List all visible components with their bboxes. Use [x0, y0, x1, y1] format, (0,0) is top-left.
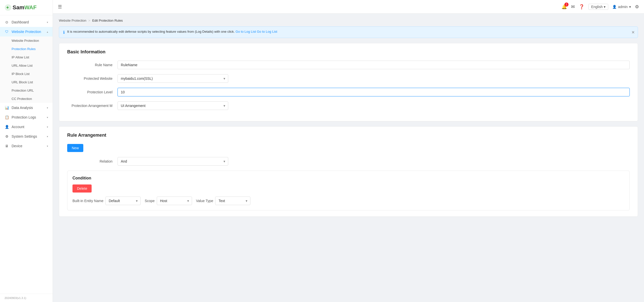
rule-name-control	[118, 61, 630, 69]
sidebar-item-data-analysis[interactable]: 📊 Data Analysis ▾	[0, 103, 53, 112]
breadcrumb: Website Protection > Edit Protection Rul…	[59, 19, 638, 22]
chevron-down-icon: ▾	[47, 145, 48, 147]
protection-level-input[interactable]	[118, 88, 630, 96]
hamburger-icon[interactable]: ☰	[58, 4, 62, 10]
relation-label: Relation	[67, 159, 118, 163]
help-icon[interactable]: ❓	[579, 4, 584, 10]
chevron-up-icon: ▴	[47, 30, 48, 33]
alert-log-link-2[interactable]: Go to Log List	[257, 30, 277, 33]
chevron-down-icon: ▾	[604, 5, 605, 9]
protection-arrangement-label: Protection Arrangement M	[67, 104, 118, 108]
condition-box: Condition Delete Built-in Entity Name De…	[67, 171, 630, 210]
submenu-item-url-block-list[interactable]: URL Block List	[0, 78, 53, 86]
rule-arrangement-title: Rule Arrangement	[67, 133, 630, 138]
built-in-entity-field: Built-in Entity Name Default	[72, 197, 141, 205]
basic-info-title: Basic Information	[67, 49, 630, 55]
submenu-item-cc-protection[interactable]: CC Protection	[0, 95, 53, 103]
protection-level-row: Protection Level	[67, 88, 630, 96]
protected-website-control: mybaidu1.com(SSL)	[118, 74, 228, 83]
new-button[interactable]: New	[67, 144, 83, 152]
condition-row: Built-in Entity Name Default Scope Host	[72, 197, 624, 205]
scope-control: Host Path Query	[157, 197, 192, 205]
value-type-label: Value Type	[196, 199, 213, 203]
header: ☰ 🔔 1 ✉ ❓ English ▾ 👤 admin ▾ ⚙	[53, 0, 644, 14]
scope-select[interactable]: Host Path Query	[157, 197, 192, 205]
content: Website Protection > Edit Protection Rul…	[53, 14, 644, 302]
user-menu[interactable]: 👤 admin ▾	[612, 5, 631, 9]
sidebar-item-device[interactable]: 🖥 Device ▾	[0, 141, 53, 151]
protection-level-control	[118, 88, 630, 96]
header-right: 🔔 1 ✉ ❓ English ▾ 👤 admin ▾ ⚙	[561, 4, 639, 10]
chart-icon: 📊	[5, 105, 9, 110]
user-label: admin	[618, 5, 628, 9]
built-in-entity-control: Default	[105, 197, 141, 205]
relation-select[interactable]: And Or	[118, 157, 228, 166]
logo-waf: WAF	[24, 4, 36, 11]
submenu-item-protection-rules[interactable]: Protection Rules	[0, 45, 53, 53]
protected-website-row: Protected Website mybaidu1.com(SSL)	[67, 74, 630, 83]
submenu-item-url-allow-list[interactable]: URL Allow List	[0, 61, 53, 70]
alert-banner: ℹ It is recommended to automatically edi…	[59, 26, 638, 38]
submenu-item-ip-allow-list[interactable]: IP Allow List	[0, 53, 53, 61]
sidebar-item-account[interactable]: 👤 Account ▾	[0, 122, 53, 132]
chevron-down-icon: ▾	[47, 126, 48, 128]
gear-icon[interactable]: ⚙	[635, 4, 639, 10]
user-icon: 👤	[5, 125, 9, 129]
sidebar: ✦ SamWAF ⊙ Dashboard ▾ 🛡 Website Protect…	[0, 0, 53, 302]
sidebar-item-label: Account	[12, 125, 47, 129]
chevron-down-icon: ▾	[47, 116, 48, 119]
chevron-down-icon: ▾	[47, 21, 48, 24]
built-in-entity-label: Built-in Entity Name	[72, 199, 103, 203]
protection-arrangement-row: Protection Arrangement M UI Arrangement …	[67, 101, 630, 110]
sidebar-item-protection-logs[interactable]: 📋 Protection Logs ▾	[0, 112, 53, 122]
sidebar-item-dashboard[interactable]: ⊙ Dashboard ▾	[0, 17, 53, 27]
logo: ✦ SamWAF	[0, 0, 53, 15]
notification-icon[interactable]: 🔔 1	[561, 4, 567, 10]
submenu-item-ip-block-list[interactable]: IP Block List	[0, 70, 53, 78]
basic-info-card: Basic Information Rule Name Protected We…	[59, 43, 638, 121]
sidebar-item-label: Data Analysis	[12, 106, 47, 110]
value-type-control: Text Regex	[215, 197, 250, 205]
website-protection-submenu: Website Protection Protection Rules IP A…	[0, 36, 53, 103]
breadcrumb-parent[interactable]: Website Protection	[59, 19, 86, 22]
dashboard-icon: ⊙	[5, 20, 9, 24]
sidebar-version: 20240903(v1.3.1)	[0, 294, 53, 302]
mail-icon[interactable]: ✉	[571, 4, 575, 10]
submenu-item-protection-url[interactable]: Protection URL	[0, 86, 53, 95]
log-icon: 📋	[5, 115, 9, 120]
relation-row: Relation And Or	[67, 157, 630, 166]
close-icon[interactable]: ✕	[631, 30, 635, 35]
scope-label: Scope	[145, 199, 155, 203]
sidebar-menu: ⊙ Dashboard ▾ 🛡 Website Protection ▴ Web…	[0, 15, 53, 294]
value-type-select[interactable]: Text Regex	[215, 197, 250, 205]
scope-field: Scope Host Path Query	[145, 197, 192, 205]
main: ☰ 🔔 1 ✉ ❓ English ▾ 👤 admin ▾ ⚙ Website …	[53, 0, 644, 302]
sidebar-item-system-settings[interactable]: ⚙ System Settings ▾	[0, 132, 53, 141]
alert-text: It is recommended to automatically edit …	[67, 30, 634, 33]
svg-text:✦: ✦	[6, 6, 9, 10]
sidebar-item-website-protection[interactable]: 🛡 Website Protection ▴	[0, 27, 53, 36]
chevron-down-icon: ▾	[47, 135, 48, 138]
sidebar-item-label: Website Protection	[12, 30, 47, 34]
rule-name-input[interactable]	[118, 61, 630, 69]
built-in-entity-select[interactable]: Default	[105, 197, 141, 205]
protected-website-select[interactable]: mybaidu1.com(SSL)	[118, 74, 228, 83]
protection-level-label: Protection Level	[67, 90, 118, 94]
chevron-down-icon: ▾	[629, 5, 631, 9]
language-selector[interactable]: English ▾	[588, 4, 608, 10]
logo-icon: ✦	[5, 4, 12, 11]
sidebar-item-label: Dashboard	[12, 20, 47, 24]
protection-arrangement-select[interactable]: UI Arrangement Script Arrangement	[118, 101, 228, 110]
submenu-item-website-protection[interactable]: Website Protection	[0, 36, 53, 45]
device-icon: 🖥	[5, 144, 9, 148]
shield-icon: 🛡	[5, 29, 9, 34]
relation-control: And Or	[118, 157, 228, 166]
alert-log-link-1[interactable]: Go to Log List	[236, 30, 256, 33]
settings-icon: ⚙	[5, 134, 9, 139]
rule-name-row: Rule Name	[67, 61, 630, 69]
sidebar-item-label: Device	[12, 144, 47, 148]
value-type-field: Value Type Text Regex	[196, 197, 251, 205]
delete-button[interactable]: Delete	[72, 184, 92, 193]
chevron-down-icon: ▾	[47, 106, 48, 109]
protected-website-label: Protected Website	[67, 77, 118, 81]
